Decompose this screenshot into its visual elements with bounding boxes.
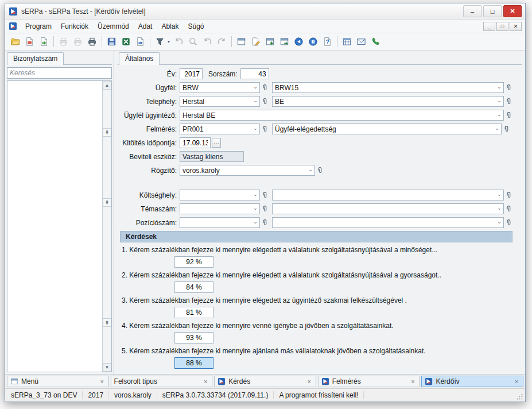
chevron-down-icon[interactable]	[251, 192, 259, 198]
chevron-down-icon[interactable]	[493, 126, 501, 132]
koltseghely-code-combo[interactable]	[180, 190, 260, 200]
chevron-down-icon[interactable]	[495, 192, 503, 198]
resize-grip[interactable]	[515, 392, 524, 401]
attachment-icon[interactable]	[261, 191, 269, 199]
chevron-down-icon[interactable]	[251, 220, 259, 226]
question-4-value-input[interactable]	[174, 332, 213, 344]
ugyfel-code-combo[interactable]: BRW	[180, 82, 260, 93]
print-preview-button[interactable]	[71, 35, 84, 48]
chevron-down-icon[interactable]	[251, 126, 259, 132]
chevron-down-icon[interactable]	[495, 206, 503, 212]
chevron-down-icon[interactable]	[251, 85, 259, 91]
tab-close-icon[interactable]: ×	[306, 378, 313, 385]
telephely-code-combo[interactable]: Herstal	[180, 96, 260, 107]
mdi-minimize-button[interactable]: _	[483, 22, 495, 31]
window-tab-kerdoiv[interactable]: Kérdőív ×	[421, 376, 523, 387]
tab-close-icon[interactable]: ×	[409, 378, 416, 385]
attachment-icon[interactable]	[505, 218, 512, 227]
sorszam-input[interactable]	[240, 68, 269, 79]
navigate-previous-button[interactable]	[201, 35, 214, 48]
menu-ablak[interactable]: Ablak	[157, 21, 183, 32]
question-3-value-input[interactable]	[174, 307, 213, 318]
excel-export-button[interactable]	[119, 35, 133, 48]
print-settings-button[interactable]	[86, 35, 99, 48]
tab-altalanos[interactable]: Általános	[119, 52, 160, 65]
chevron-down-icon[interactable]	[495, 99, 503, 105]
question-5-value-input[interactable]	[174, 357, 213, 369]
felmeres-name-combo[interactable]: Ügyfél-elégedettség	[272, 124, 502, 134]
minimize-button[interactable]: –	[463, 5, 481, 17]
new-window-button[interactable]	[263, 35, 277, 48]
menu-program[interactable]: Program	[21, 21, 56, 32]
chevron-down-icon[interactable]	[495, 85, 503, 91]
attachment-icon[interactable]	[505, 191, 512, 199]
scroll-page-up-icon[interactable]: ⇞	[103, 198, 111, 207]
attachment-icon[interactable]	[261, 204, 269, 213]
import-document-button[interactable]	[37, 35, 51, 48]
attachment-icon[interactable]	[503, 125, 510, 133]
attachment-icon[interactable]	[505, 83, 512, 92]
undo-button[interactable]	[172, 35, 185, 48]
window-list-button[interactable]	[235, 35, 248, 48]
kitoltes-date-input[interactable]	[180, 137, 211, 148]
chevron-down-icon[interactable]	[495, 220, 503, 226]
pozicioszam-code-combo[interactable]	[180, 217, 260, 228]
stop-button[interactable]	[306, 35, 320, 48]
search-input[interactable]	[7, 67, 112, 79]
chevron-down-icon[interactable]	[495, 113, 503, 118]
detach-window-button[interactable]	[278, 35, 291, 48]
scroll-down-icon[interactable]: ▼	[103, 363, 111, 372]
question-1-value-input[interactable]	[174, 256, 213, 268]
mdi-close-button[interactable]: ✕	[510, 22, 522, 31]
chevron-down-icon[interactable]	[306, 168, 314, 173]
save-button[interactable]	[105, 35, 118, 48]
koltseghely-name-combo[interactable]	[272, 190, 504, 200]
window-tab-menu[interactable]: Menü ×	[7, 376, 109, 387]
ugyintezo-combo[interactable]: Herstal BE	[180, 110, 504, 121]
ev-input[interactable]	[180, 68, 203, 79]
filter-dropdown-chevron-icon[interactable]: ▾	[166, 39, 172, 44]
pozicioszam-name-combo[interactable]	[272, 217, 504, 228]
menu-uzemmod[interactable]: Üzemmód	[93, 21, 134, 32]
tab-close-icon[interactable]: ×	[99, 378, 106, 385]
maximize-button[interactable]: □	[483, 5, 502, 17]
close-button[interactable]: ✕	[503, 5, 522, 17]
email-button[interactable]	[355, 35, 368, 48]
date-picker-button[interactable]: …	[212, 138, 221, 148]
temaszam-code-combo[interactable]	[180, 203, 260, 214]
scroll-page-up-icon[interactable]: ⇞	[103, 128, 111, 137]
list-scrollbar[interactable]: ▲ ⇞ ⇞ ⇟ ▼	[102, 81, 111, 372]
tab-close-icon[interactable]: ×	[202, 378, 209, 385]
attachment-icon[interactable]	[505, 97, 512, 106]
rogzito-combo[interactable]: voros.karoly	[180, 165, 315, 176]
attachment-icon[interactable]	[261, 125, 269, 133]
temaszam-name-combo[interactable]	[272, 203, 504, 214]
telephely-name-combo[interactable]: BE	[272, 96, 504, 107]
zoom-button[interactable]	[187, 35, 200, 48]
new-document-button[interactable]	[9, 35, 22, 48]
attachment-icon[interactable]	[505, 111, 512, 119]
ugyfel-name-combo[interactable]: BRW15	[272, 82, 504, 93]
attachment-icon[interactable]	[261, 97, 269, 106]
question-2-value-input[interactable]	[174, 281, 213, 293]
attachment-icon[interactable]	[261, 218, 269, 227]
document-list[interactable]: ▲ ⇞ ⇞ ⇟ ▼	[7, 80, 112, 372]
scroll-up-icon[interactable]: ▲	[103, 81, 111, 90]
copy-document-button[interactable]	[23, 35, 36, 48]
tab-close-icon[interactable]: ×	[513, 378, 520, 385]
attachment-icon[interactable]	[261, 83, 269, 92]
scroll-page-down-icon[interactable]: ⇟	[103, 318, 111, 327]
menu-funkciok[interactable]: Funkciók	[56, 21, 93, 32]
chevron-down-icon[interactable]	[251, 206, 259, 212]
tab-bizonylatszam[interactable]: Bizonylatszám	[7, 52, 64, 65]
help-document-button[interactable]	[321, 35, 334, 48]
phone-button[interactable]	[369, 35, 382, 48]
window-tab-felsorolt-tipus[interactable]: Felsorolt típus ×	[111, 376, 213, 387]
edit-record-button[interactable]	[249, 35, 262, 48]
navigate-back-button[interactable]	[292, 35, 305, 48]
mdi-restore-button[interactable]: □	[496, 22, 508, 31]
attachment-icon[interactable]	[316, 166, 324, 175]
export-document-button[interactable]	[134, 35, 147, 48]
filter-button[interactable]	[153, 35, 166, 48]
felmeres-code-combo[interactable]: PR001	[180, 124, 260, 134]
